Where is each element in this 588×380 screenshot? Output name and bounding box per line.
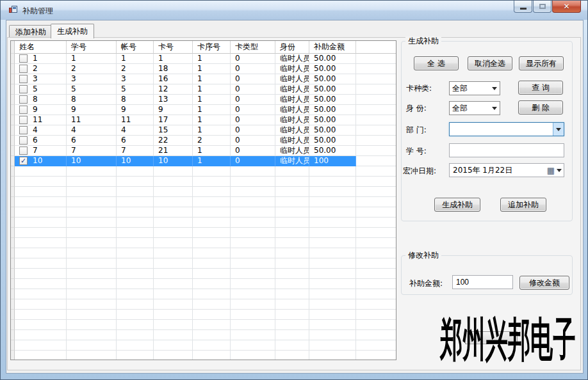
cell[interactable]: 11 <box>67 115 117 125</box>
column-header[interactable]: 卡序号 <box>193 41 231 54</box>
cell[interactable]: 10 <box>154 156 193 166</box>
department-select[interactable] <box>449 122 564 136</box>
cell[interactable]: 4 <box>15 125 67 136</box>
show-all-button[interactable]: 显示所有 <box>519 56 564 70</box>
cell[interactable]: 1 <box>15 54 67 64</box>
cell[interactable]: 21 <box>154 146 193 156</box>
cell[interactable]: 9 <box>67 105 117 115</box>
cell[interactable]: 0 <box>231 156 275 166</box>
cell[interactable]: 11 <box>117 115 154 125</box>
cell[interactable]: 1 <box>193 105 231 115</box>
cell[interactable]: 50.00 <box>309 74 356 84</box>
obscured-button[interactable] <box>465 331 518 344</box>
maximize-button[interactable] <box>533 1 551 13</box>
select-all-button[interactable]: 全 选 <box>414 56 459 70</box>
cell[interactable]: 50.00 <box>309 64 356 74</box>
cell[interactable]: 临时人员 <box>275 136 309 146</box>
tab-add-subsidy[interactable]: 添加补助 <box>9 25 53 38</box>
delete-button[interactable]: 删 除 <box>518 100 563 115</box>
cell[interactable]: 0 <box>231 84 275 95</box>
cell[interactable]: 4 <box>67 125 117 136</box>
cell[interactable]: 1 <box>193 54 231 64</box>
table-row[interactable]: 4441510临时人员50.00 <box>11 125 396 136</box>
cell[interactable]: 8 <box>15 95 67 105</box>
cell[interactable]: 50.00 <box>309 146 356 156</box>
cell[interactable]: ✓10 <box>15 156 67 166</box>
cell[interactable]: 0 <box>231 115 275 125</box>
cell[interactable]: 1 <box>67 54 117 64</box>
cell[interactable]: 临时人员 <box>275 54 309 64</box>
table-row[interactable]: ✓1010101010临时人员100 <box>11 156 396 166</box>
cell[interactable]: 1 <box>193 95 231 105</box>
cell[interactable]: 9 <box>154 105 193 115</box>
cell[interactable]: 7 <box>67 146 117 156</box>
cell[interactable]: 1 <box>193 64 231 74</box>
amount-input[interactable] <box>452 275 513 289</box>
row-checkbox[interactable] <box>19 146 28 155</box>
cell[interactable]: 9 <box>15 105 67 115</box>
cell[interactable]: 12 <box>154 84 193 95</box>
column-header[interactable]: 卡号 <box>154 41 193 54</box>
cell[interactable]: 临时人员 <box>275 95 309 105</box>
cell[interactable]: 1 <box>193 146 231 156</box>
cell[interactable]: 临时人员 <box>275 146 309 156</box>
cell[interactable]: 临时人员 <box>275 105 309 115</box>
student-id-input[interactable] <box>449 143 564 157</box>
cell[interactable]: 9 <box>117 105 154 115</box>
column-header[interactable]: 补助金额 <box>309 41 356 54</box>
cell[interactable]: 临时人员 <box>275 84 309 95</box>
cell[interactable]: 7 <box>15 146 67 156</box>
cell[interactable]: 0 <box>231 146 275 156</box>
cell[interactable]: 16 <box>154 74 193 84</box>
cell[interactable]: 50.00 <box>309 136 356 146</box>
column-header[interactable]: 身份 <box>275 41 309 54</box>
cell[interactable]: 10 <box>67 156 117 166</box>
cell[interactable]: 50.00 <box>309 105 356 115</box>
cell[interactable]: 6 <box>117 136 154 146</box>
table-row[interactable]: 3331610临时人员50.00 <box>11 74 396 84</box>
cell[interactable]: 3 <box>15 74 67 84</box>
cell[interactable]: 15 <box>154 125 193 136</box>
cell[interactable]: 5 <box>117 84 154 95</box>
tab-generate-subsidy[interactable]: 生成补助 <box>51 24 94 38</box>
cell[interactable]: 临时人员 <box>275 125 309 136</box>
row-checkbox[interactable] <box>19 136 28 145</box>
cell[interactable]: 2 <box>15 64 67 74</box>
cell[interactable]: 2 <box>117 64 154 74</box>
cell[interactable]: 7 <box>117 146 154 156</box>
cell[interactable]: 50.00 <box>309 95 356 105</box>
cell[interactable]: 临时人员 <box>275 74 309 84</box>
row-checkbox[interactable]: ✓ <box>19 157 28 165</box>
table-row[interactable]: 8881310临时人员50.00 <box>11 95 396 105</box>
minimize-button[interactable] <box>514 1 532 13</box>
row-checkbox[interactable] <box>19 54 28 63</box>
cell[interactable]: 0 <box>231 125 275 136</box>
table-row[interactable]: 7772110临时人员50.00 <box>11 146 396 156</box>
cell[interactable]: 临时人员 <box>275 64 309 74</box>
cell[interactable]: 50.00 <box>309 125 356 136</box>
cell[interactable]: 22 <box>154 136 193 146</box>
table-row[interactable]: 999910临时人员50.00 <box>11 105 396 115</box>
cell[interactable]: 10 <box>117 156 154 166</box>
cell[interactable]: 18 <box>154 64 193 74</box>
cell[interactable]: 1 <box>117 54 154 64</box>
modify-amount-button[interactable]: 修改金额 <box>519 276 569 290</box>
table-row[interactable]: 1111111710临时人员50.00 <box>11 115 396 125</box>
table-row[interactable]: 5551210临时人员50.00 <box>11 84 396 95</box>
column-header[interactable]: 姓名 <box>15 41 67 54</box>
table-row[interactable]: 2221810临时人员50.00 <box>11 64 396 74</box>
recharge-date-picker[interactable]: 2015年 1月22日 ▦ <box>449 163 564 177</box>
row-checkbox[interactable] <box>19 85 28 93</box>
cell[interactable]: 1 <box>193 156 231 166</box>
cell[interactable]: 17 <box>154 115 193 125</box>
cell[interactable]: 1 <box>193 84 231 95</box>
row-checkbox[interactable] <box>19 116 28 124</box>
unselect-all-button[interactable]: 取消全选 <box>468 56 512 70</box>
append-subsidy-button[interactable]: 追加补助 <box>500 198 546 212</box>
cell[interactable]: 100 <box>309 156 356 166</box>
column-header[interactable]: 卡类型 <box>231 41 275 54</box>
cell[interactable]: 11 <box>15 115 67 125</box>
cell[interactable]: 50.00 <box>309 84 356 95</box>
cell[interactable]: 13 <box>154 95 193 105</box>
title-bar[interactable]: 补助管理 ✕ <box>1 1 587 20</box>
